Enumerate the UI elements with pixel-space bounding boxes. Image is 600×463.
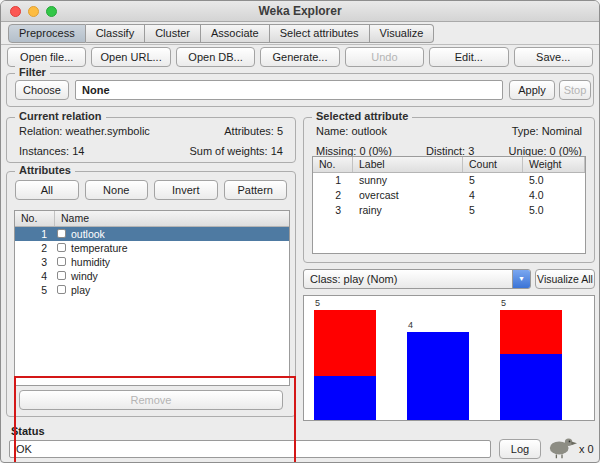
- undo-button[interactable]: Undo: [345, 47, 424, 67]
- histogram-bar-rainy: 5: [500, 310, 562, 420]
- filter-value-field[interactable]: None: [75, 80, 503, 100]
- bar-segment-class-no: [500, 310, 562, 354]
- attributes-panel-title: Attributes: [15, 164, 75, 176]
- generate-button[interactable]: Generate...: [260, 47, 339, 67]
- attribute-name-stat: Name: outlook: [316, 124, 387, 138]
- histogram-bar-sunny: 5: [314, 310, 376, 420]
- attribute-type-stat: Type: Nominal: [512, 124, 582, 138]
- weka-explorer-window: Weka Explorer Preprocess Classify Cluste…: [0, 0, 600, 463]
- window-title: Weka Explorer: [1, 1, 599, 22]
- open-db-button[interactable]: Open DB...: [176, 47, 255, 67]
- tab-cluster[interactable]: Cluster: [145, 24, 201, 43]
- attributes-panel: Attributes All None Invert Pattern No. N…: [6, 171, 296, 417]
- status-field: OK: [9, 440, 491, 458]
- weka-status-count: x 0: [579, 443, 594, 455]
- histogram-bar-count: 5: [315, 298, 320, 308]
- sum-of-weights: Sum of weights: 14: [189, 144, 283, 158]
- attribute-row-temperature[interactable]: 2 temperature: [15, 241, 289, 255]
- chevron-down-icon[interactable]: ▼: [512, 270, 530, 288]
- tab-bar: Preprocess Classify Cluster Associate Se…: [8, 24, 434, 43]
- bar-segment-class-no: [314, 310, 376, 376]
- tab-divider: [1, 44, 599, 45]
- value-row-overcast: 2 overcast 4 4.0: [313, 188, 585, 203]
- attribute-row-windy[interactable]: 4 windy: [15, 269, 289, 283]
- filter-panel: Filter Choose None Apply Stop: [6, 73, 594, 107]
- attribute-checkbox[interactable]: [57, 285, 66, 294]
- bar-segment-class-yes: [407, 332, 469, 420]
- current-relation-panel: Current relation Relation: weather.symbo…: [6, 117, 296, 163]
- attribute-checkbox[interactable]: [57, 271, 66, 280]
- tab-preprocess[interactable]: Preprocess: [8, 24, 86, 43]
- attribute-name: windy: [71, 270, 98, 282]
- tab-visualize[interactable]: Visualize: [370, 24, 435, 43]
- apply-filter-button[interactable]: Apply: [509, 80, 555, 100]
- none-button[interactable]: None: [85, 180, 149, 200]
- bar-segment-class-yes: [500, 354, 562, 420]
- attribute-name: outlook: [71, 228, 105, 240]
- attribute-row-humidity[interactable]: 3 humidity: [15, 255, 289, 269]
- tab-associate[interactable]: Associate: [201, 24, 270, 43]
- edit-button[interactable]: Edit...: [429, 47, 508, 67]
- current-relation-title: Current relation: [15, 110, 106, 122]
- weka-bird-icon: [547, 434, 577, 460]
- all-button[interactable]: All: [15, 180, 79, 200]
- toolbar: Open file... Open URL... Open DB... Gene…: [7, 47, 593, 67]
- attribute-row-play[interactable]: 5 play: [15, 283, 289, 297]
- histogram-bar-count: 4: [408, 320, 413, 330]
- open-url-button[interactable]: Open URL...: [91, 47, 170, 67]
- attribute-checkbox[interactable]: [57, 243, 66, 252]
- attributes-table-header: No. Name: [15, 211, 289, 227]
- open-file-button[interactable]: Open file...: [7, 47, 86, 67]
- invert-button[interactable]: Invert: [154, 180, 218, 200]
- visualize-all-button[interactable]: Visualize All: [535, 269, 595, 289]
- class-selector-combo[interactable]: Class: play (Nom) ▼: [303, 269, 531, 289]
- attribute-name: temperature: [71, 242, 128, 254]
- tab-select-attributes[interactable]: Select attributes: [270, 24, 370, 43]
- status-title: Status: [11, 425, 45, 437]
- attribute-checkbox[interactable]: [57, 229, 66, 238]
- histogram-panel: 545: [303, 295, 595, 421]
- pattern-button[interactable]: Pattern: [224, 180, 288, 200]
- title-bar: Weka Explorer: [1, 1, 599, 22]
- attribute-name: humidity: [71, 256, 110, 268]
- value-row-sunny: 1 sunny 5 5.0: [313, 173, 585, 188]
- attribute-checkbox[interactable]: [57, 257, 66, 266]
- attributes-table: No. Name 1 outlook 2 temperature 3 humid…: [14, 210, 290, 386]
- instances-count: Instances: 14: [19, 144, 84, 158]
- value-row-rainy: 3 rainy 5 5.0: [313, 203, 585, 218]
- histogram-bar-count: 5: [501, 298, 506, 308]
- save-button[interactable]: Save...: [514, 47, 593, 67]
- attribute-row-outlook[interactable]: 1 outlook: [15, 227, 289, 241]
- histogram-bar-overcast: 4: [407, 332, 469, 420]
- selected-attribute-title: Selected attribute: [312, 110, 412, 122]
- log-button[interactable]: Log: [499, 439, 541, 459]
- relation-name: Relation: weather.symbolic: [19, 124, 150, 138]
- choose-filter-button[interactable]: Choose: [15, 80, 69, 100]
- selected-attribute-panel: Selected attribute Name: outlook Type: N…: [303, 117, 595, 263]
- attributes-count: Attributes: 5: [224, 124, 283, 138]
- class-selector-value: Class: play (Nom): [310, 273, 397, 285]
- attribute-values-header: No. Label Count Weight: [313, 157, 585, 173]
- filter-panel-title: Filter: [15, 66, 50, 78]
- tab-classify[interactable]: Classify: [86, 24, 146, 43]
- stop-filter-button[interactable]: Stop: [559, 80, 591, 100]
- remove-button[interactable]: Remove: [19, 390, 283, 410]
- attribute-values-table: No. Label Count Weight 1 sunny 5 5.0 2 o…: [312, 156, 586, 254]
- attribute-name: play: [71, 284, 90, 296]
- bar-segment-class-yes: [314, 376, 376, 420]
